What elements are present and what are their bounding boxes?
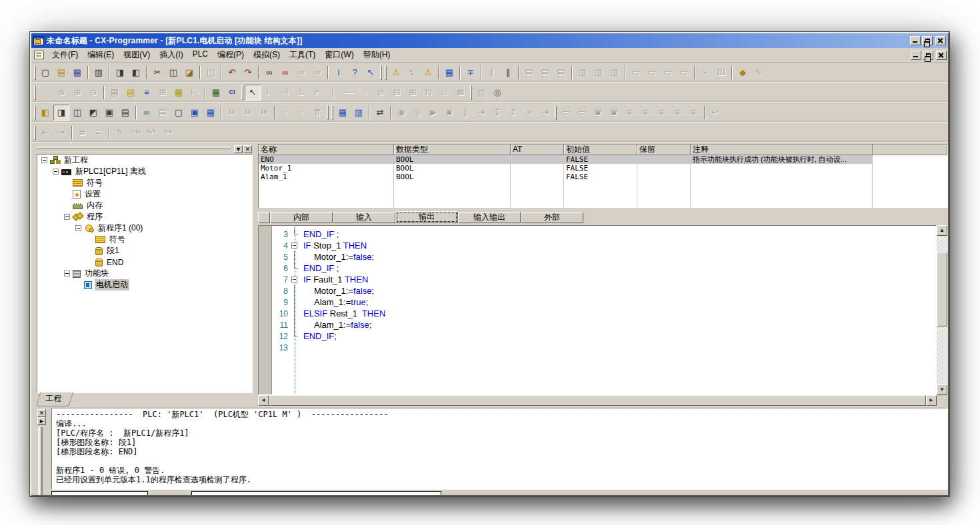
scroll-right-button[interactable]: ► — [926, 395, 937, 406]
st-editor-view[interactable]: 3END_IF ;4IF Stop_1 THEN5Motor_1:=false;… — [258, 225, 937, 395]
toolbar-grip[interactable] — [241, 85, 243, 100]
menu-文件[interactable]: 文件(F) — [47, 48, 83, 62]
fold-margin[interactable] — [290, 240, 301, 251]
code-line-6[interactable]: 6END_IF ; — [273, 262, 936, 274]
table-row[interactable]: Alam_1BOOLFALSE — [259, 173, 947, 181]
table-row[interactable]: ENOBOOLFALSE指示功能块执行成功 (功能块被执行时, 自动设... — [259, 155, 947, 164]
workspace-grip[interactable] — [37, 147, 231, 152]
column-header-AT[interactable]: AT — [511, 145, 564, 155]
tb-view-rung-list[interactable]: ▣ — [101, 105, 117, 121]
code-line-10[interactable]: 10ELSIF Rest_1 THEN — [273, 308, 936, 319]
mdi-restore-button[interactable] — [923, 51, 933, 60]
column-header-名称[interactable]: 名称 — [259, 145, 394, 155]
tb-new[interactable]: ▢ — [37, 65, 53, 81]
tb-protect-lock[interactable]: ◆ — [735, 65, 751, 81]
tb-context-help[interactable]: ↖ — [363, 65, 379, 81]
tb-rung-comment[interactable]: ▤ — [123, 85, 139, 101]
table-row[interactable] — [259, 181, 947, 190]
output-close-button[interactable]: ✕ — [37, 409, 46, 417]
code-line-7[interactable]: 7IF Fault_1 THEN — [273, 274, 936, 285]
column-header-数据类型[interactable]: 数据类型 — [394, 145, 511, 155]
menu-工具[interactable]: 工具(T) — [285, 48, 320, 62]
toolbar-grip[interactable] — [470, 85, 472, 100]
close-button[interactable] — [935, 36, 946, 45]
tb-print[interactable]: ◨ — [112, 65, 128, 81]
tb-watch-window[interactable]: ▦ — [203, 105, 219, 121]
tab-内部[interactable]: 内部 — [270, 212, 333, 223]
tb-print-preview[interactable]: ◧ — [128, 65, 144, 81]
tree-item-新程序1 (00)[interactable]: 新程序1 (00) — [37, 223, 252, 234]
scroll-up-button[interactable]: ▲ — [937, 225, 947, 236]
tb-rung-annotation[interactable]: ▢ — [171, 105, 187, 121]
tree-item-新PLC1[CP1L] 离线[interactable]: 新PLC1[CP1L] 离线 — [37, 166, 252, 177]
tree-item-程序[interactable]: 程序 — [37, 211, 252, 223]
tb-select-mode[interactable]: ↖ — [245, 85, 261, 101]
mdi-close-button[interactable] — [936, 51, 947, 60]
tb-program-check[interactable]: ⚠ — [420, 65, 436, 81]
toolbar-grip[interactable] — [34, 65, 36, 80]
toolbar-grip[interactable] — [380, 65, 382, 80]
column-header-保留[interactable]: 保留 — [637, 145, 691, 155]
toolbar-grip[interactable] — [327, 105, 329, 120]
toolbar-grip[interactable] — [34, 85, 36, 100]
output-grip[interactable] — [38, 427, 43, 495]
menu-帮助[interactable]: 帮助(H) — [359, 48, 395, 62]
output-tab-strip-1[interactable] — [51, 491, 148, 495]
tree-expander[interactable] — [64, 214, 70, 220]
tb-find[interactable]: ∞ — [261, 65, 277, 81]
code-line-11[interactable]: 11Alam_1:=false; — [273, 319, 936, 330]
tab-project[interactable]: 工程 — [36, 392, 74, 406]
menu-编程[interactable]: 编程(P) — [213, 48, 249, 62]
table-row[interactable]: Motor_1BOOLFALSE — [259, 164, 947, 173]
editor-vertical-scrollbar[interactable]: ▲ ▼ — [937, 225, 948, 395]
tb-work-online[interactable]: ▦ — [335, 105, 351, 121]
toolbar-grip[interactable] — [34, 125, 36, 140]
tb-replace[interactable]: ∞ — [277, 65, 293, 81]
menu-PLC[interactable]: PLC — [188, 48, 213, 62]
mdi-minimize-button[interactable] — [911, 51, 921, 60]
tb-transfer-sync[interactable]: ⇄ — [372, 105, 388, 121]
scroll-down-button[interactable]: ▼ — [937, 384, 947, 395]
tb-ladder-monitor[interactable]: ▦ — [171, 85, 187, 101]
workspace-close-button[interactable]: ✕ — [243, 145, 252, 153]
tb-monitor-window[interactable]: ▣ — [187, 105, 203, 121]
scroll-left-button[interactable]: ◄ — [258, 395, 269, 406]
tb-work-online-simulator[interactable]: ▥ — [351, 105, 367, 121]
tb-online-edit-check[interactable]: ∓ — [463, 65, 479, 81]
tb-help[interactable]: ? — [347, 65, 363, 81]
restore-button[interactable] — [922, 36, 933, 45]
fold-collapse-icon[interactable] — [291, 243, 297, 249]
tree-item-内存[interactable]: 内存 — [37, 200, 252, 211]
title-bar[interactable]: 未命名标题 - CX-Programmer - [新PLC1.电机启动 [功能块… — [31, 33, 948, 48]
tb-redo[interactable]: ↷ — [240, 65, 256, 81]
tb-page-setup[interactable]: ▥ — [91, 65, 107, 81]
workspace-menu-button[interactable]: ▼ — [234, 145, 243, 153]
tab-输出[interactable]: 输出 — [395, 211, 458, 223]
code-line-4[interactable]: 4IF Stop_1 THEN — [273, 240, 936, 251]
compile-output[interactable]: ---------------- PLC: '新PLC1' (PLC机型 'CP… — [51, 408, 948, 490]
tree-item-符号[interactable]: 符号 — [37, 234, 252, 245]
tb-symbol-list[interactable]: ≡ — [139, 85, 155, 101]
tree-item-段1[interactable]: 段1 — [37, 245, 252, 257]
menu-编辑[interactable]: 编辑(E) — [83, 48, 119, 62]
mdi-child-icon[interactable] — [34, 51, 44, 59]
menu-插入[interactable]: 插入(I) — [155, 48, 187, 62]
tree-expander[interactable] — [53, 169, 59, 175]
toolbar-grip[interactable] — [34, 105, 36, 120]
vertical-splitter[interactable] — [253, 144, 258, 406]
tb-show-sma[interactable]: ▦ — [208, 85, 224, 101]
column-header-注释[interactable]: 注释 — [691, 145, 873, 155]
tb-about[interactable]: i — [331, 65, 347, 81]
tree-expander[interactable] — [64, 270, 70, 276]
tree-item-END[interactable]: END — [37, 257, 252, 268]
code-line-3[interactable]: 3END_IF ; — [273, 229, 936, 240]
tb-transfer-check[interactable]: ▦ — [441, 65, 457, 81]
tb-view-io-comment[interactable]: ◩ — [85, 105, 101, 121]
minimize-button[interactable] — [910, 36, 921, 45]
tree-item-设置[interactable]: 设置 — [37, 189, 252, 200]
tb-view-properties[interactable]: ▤ — [117, 105, 133, 121]
output-expand-button[interactable]: ► — [37, 417, 46, 425]
code-line-13[interactable]: 13 — [273, 342, 936, 353]
tb-show-ci[interactable]: CI — [224, 85, 240, 101]
tb-view-symbols[interactable]: ◫ — [69, 105, 85, 121]
